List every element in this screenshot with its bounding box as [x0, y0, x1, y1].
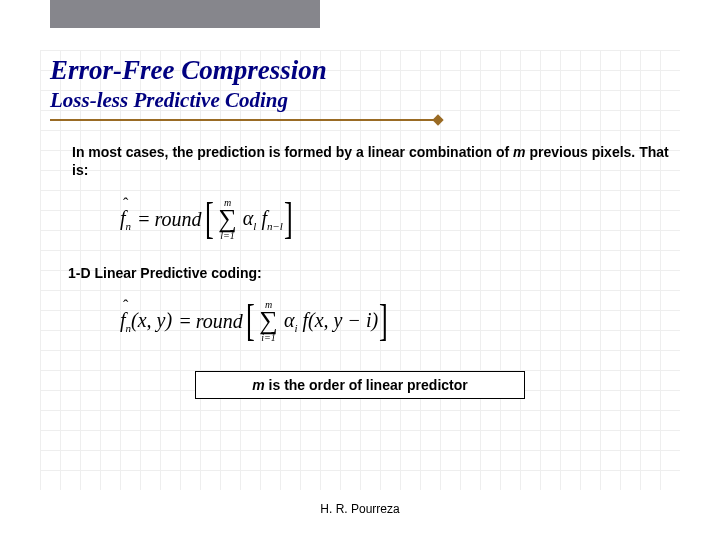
f1-term: αl fn−l: [243, 207, 283, 232]
slide-title: Error-Free Compression: [50, 55, 670, 86]
f2-sum: m ∑ i=1: [259, 299, 278, 343]
para-m: m: [513, 144, 525, 160]
intro-paragraph: In most cases, the prediction is formed …: [72, 143, 670, 179]
para-pre: In most cases, the prediction is formed …: [72, 144, 513, 160]
f1-f-sub: n−l: [267, 220, 283, 232]
f2-alpha: α: [284, 309, 295, 331]
slide-top-accent: [50, 0, 320, 28]
f2-lhs-args: (x, y): [131, 309, 172, 331]
f2-term: αi f(x, y − i): [284, 309, 378, 334]
f1-lhs-sub: n: [126, 220, 132, 232]
sigma-icon: ∑: [259, 310, 278, 332]
f1-lhs: fn: [120, 207, 131, 232]
f1-alpha: α: [243, 207, 254, 229]
f2-round: round: [196, 310, 243, 333]
formula-2: fn(x, y) = round [ m ∑ i=1 αi f(x, y − i…: [120, 299, 670, 343]
f1-rbracket: ]: [284, 197, 293, 241]
f1-round: round: [155, 208, 202, 231]
note-rest: is the order of linear predictor: [265, 377, 468, 393]
slide-footer: H. R. Pourreza: [0, 502, 720, 516]
order-note: m is the order of linear predictor: [195, 371, 525, 399]
f1-sum: m ∑ l=1: [218, 197, 237, 241]
f1-lhs-var: f: [120, 207, 126, 229]
f1-sum-bot: l=1: [220, 230, 235, 241]
f2-f-args: (x, y − i): [308, 309, 378, 331]
f2-alpha-sub: i: [294, 322, 297, 334]
f1-eq: =: [137, 208, 151, 231]
slide-content: Error-Free Compression Loss-less Predict…: [50, 55, 670, 399]
f2-rbracket: ]: [379, 299, 388, 343]
section-heading: 1-D Linear Predictive coding:: [68, 265, 670, 281]
f2-lhs: fn(x, y): [120, 309, 172, 334]
f1-lbracket: [: [205, 197, 214, 241]
title-underline: [50, 119, 434, 121]
note-m: m: [252, 377, 264, 393]
slide-subtitle: Loss-less Predictive Coding: [50, 88, 670, 113]
f2-sum-bot: i=1: [261, 332, 276, 343]
f1-alpha-sub: l: [253, 220, 256, 232]
f2-eq: =: [178, 310, 192, 333]
formula-1: fn = round [ m ∑ l=1 αl fn−l ]: [120, 197, 670, 241]
f2-lbracket: [: [246, 299, 255, 343]
f2-lhs-var: f: [120, 309, 126, 331]
sigma-icon: ∑: [218, 208, 237, 230]
